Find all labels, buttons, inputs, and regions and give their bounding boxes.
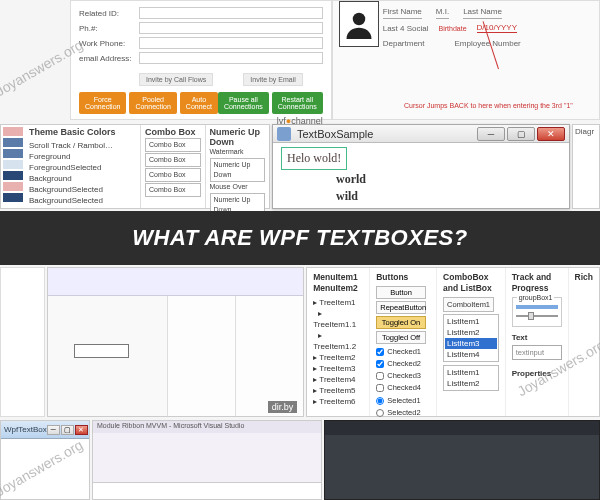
invite-by-email-button[interactable]: Invite by Email	[243, 73, 303, 86]
ssn-field[interactable]: Last 4 Social	[383, 24, 429, 33]
tree-item[interactable]: ▸ TreeItem5	[313, 385, 363, 396]
gallery-radio[interactable]	[376, 409, 384, 417]
gallery-toggled-on[interactable]: Toggled On	[376, 316, 426, 329]
gallery-progressbar	[516, 305, 558, 309]
related-id-input[interactable]	[139, 7, 323, 19]
list-item[interactable]: ListItem2	[445, 378, 497, 389]
first-name-field[interactable]: First Name	[383, 7, 422, 19]
aero-min[interactable]: ─	[47, 425, 60, 435]
vs-title-strip: Module Ribbon MVVM - Microsoft Visual St…	[93, 421, 321, 433]
list-item[interactable]: ListItem1	[445, 316, 497, 327]
employee-form-panel: First Name M.I. Last Name Last 4 Social …	[332, 0, 600, 120]
combo-field-1[interactable]: Combo Box	[145, 138, 201, 152]
gallery-slider[interactable]	[516, 315, 558, 317]
vs-properties-panel[interactable]	[235, 296, 303, 416]
numeric-watermark-label: Watermark	[210, 147, 266, 157]
sample-textbox[interactable]: Helo wold!	[281, 147, 347, 170]
email-input[interactable]	[139, 52, 323, 64]
dark-ide-sliver	[324, 420, 600, 500]
gallery-toggled-off[interactable]: Toggled Off	[376, 331, 426, 344]
phone-input[interactable]	[139, 22, 323, 34]
department-field[interactable]: Department	[383, 39, 425, 48]
visual-studio-screenshot: dir.by	[47, 267, 304, 417]
pause-all-button[interactable]: Pause all Connections	[218, 92, 269, 114]
theme-swatch[interactable]	[3, 182, 23, 191]
text-section-header: Text	[512, 332, 562, 343]
mi-field[interactable]: M.I.	[436, 7, 449, 19]
theme-swatch[interactable]	[3, 171, 23, 180]
tree-item[interactable]: ▸ TreeItem1	[313, 297, 363, 308]
theme-swatch[interactable]	[3, 193, 23, 202]
invite-by-call-button[interactable]: Invite by Call Flows	[139, 73, 213, 86]
diagram-title: Diagr	[575, 127, 597, 136]
theme-title: Theme Basic Colors	[29, 127, 136, 138]
list-item[interactable]: ListItem2	[445, 327, 497, 338]
combo-field-2[interactable]: Combo Box	[145, 153, 201, 167]
tree-item[interactable]: ▸ TreeItem4	[313, 374, 363, 385]
checkbox-label: Checked2	[387, 358, 421, 369]
theme-label: BackgroundSelected	[29, 195, 136, 206]
gallery-combobox[interactable]: ComboItem1	[443, 297, 494, 312]
numeric-field-1[interactable]: Numeric Up Down	[210, 158, 266, 182]
numeric-mouseover-label: Mouse Over	[210, 182, 266, 192]
auto-connect-button[interactable]: Auto Connect	[180, 92, 218, 114]
force-connection-button[interactable]: Force Connection	[79, 92, 126, 114]
tree-item[interactable]: ▸ TreeItem1.2	[313, 330, 363, 352]
gallery-button[interactable]: Button	[376, 286, 426, 299]
gallery-checkbox[interactable]	[376, 384, 384, 392]
combo-field-4[interactable]: Combo Box	[145, 183, 201, 197]
birthdate-label: Birthdate	[439, 25, 467, 32]
combo-field-3[interactable]: Combo Box	[145, 168, 201, 182]
radio-label: Selected2	[387, 407, 420, 418]
aero-close[interactable]: ✕	[75, 425, 88, 435]
gallery-listbox-1[interactable]: ListItem1ListItem2ListItem3ListItem4	[443, 314, 499, 362]
annotation-note: Cursor Jumps BACK to here when entering …	[404, 102, 584, 109]
list-item[interactable]: ListItem4	[445, 349, 497, 360]
last-name-field[interactable]: Last Name	[463, 7, 502, 19]
tree-item[interactable]: ▸ TreeItem3	[313, 363, 363, 374]
gallery-textinput[interactable]: textinput	[512, 345, 562, 360]
minimize-button[interactable]: ─	[477, 127, 505, 141]
wpf-controls-gallery: MenuItem1 MenuItem2 ▸ TreeItem1 ▸ TreeIt…	[306, 267, 600, 417]
dirby-watermark: dir.by	[268, 401, 298, 413]
maximize-button[interactable]: ▢	[507, 127, 535, 141]
employee-number-field[interactable]: Employee Number	[455, 39, 521, 48]
gallery-listbox-2[interactable]: ListItem1ListItem2	[443, 365, 499, 391]
theme-swatch[interactable]	[3, 138, 23, 147]
close-button[interactable]: ✕	[537, 127, 565, 141]
tree-item[interactable]: ▸ TreeItem6	[313, 396, 363, 407]
theme-swatch[interactable]	[3, 160, 23, 169]
aero-window-sliver: WpfTextBox ─▢✕	[0, 420, 90, 500]
theme-label: Foreground	[29, 151, 136, 162]
tree-item[interactable]: ▸ TreeItem2	[313, 352, 363, 363]
theme-label: BackgroundSelected	[29, 184, 136, 195]
buttons-header: Buttons	[376, 272, 430, 283]
theme-swatch[interactable]	[3, 149, 23, 158]
spellcheck-suggestion-1[interactable]: world	[336, 172, 561, 187]
pooled-connection-button[interactable]: Pooled Connection	[129, 92, 176, 114]
theme-swatch[interactable]	[3, 127, 23, 136]
lists-header: ComboBox and ListBox	[443, 272, 499, 294]
vs-solution-tree[interactable]	[168, 296, 235, 416]
email-label: email Address:	[79, 54, 139, 63]
gallery-checkbox[interactable]	[376, 348, 384, 356]
restart-all-button[interactable]: Restart all Connections	[272, 92, 323, 114]
list-item[interactable]: ListItem1	[445, 367, 497, 378]
gallery-checkbox[interactable]	[376, 372, 384, 380]
checkbox-label: Checked3	[387, 370, 421, 381]
diagram-panel-sliver: Diagr	[572, 124, 600, 209]
work-phone-input[interactable]	[139, 37, 323, 49]
gallery-repeat-button[interactable]: RepeatButton	[376, 301, 426, 314]
aero-max[interactable]: ▢	[61, 425, 74, 435]
tree-item[interactable]: ▸ TreeItem1.1	[313, 308, 363, 330]
designer-textbox[interactable]	[74, 344, 129, 358]
spellcheck-suggestion-2[interactable]: wild	[336, 189, 561, 204]
vs-ribbon	[48, 268, 303, 296]
list-item[interactable]: ListItem3	[445, 338, 497, 349]
invite-panel: Related ID: Ph.#: Work Phone: email Addr…	[70, 0, 332, 120]
checkbox-label: Checked1	[387, 346, 421, 357]
gallery-checkbox[interactable]	[376, 360, 384, 368]
menu-header[interactable]: MenuItem1 MenuItem2	[313, 272, 363, 294]
vs-designer-canvas[interactable]	[48, 296, 168, 416]
gallery-radio[interactable]	[376, 397, 384, 405]
